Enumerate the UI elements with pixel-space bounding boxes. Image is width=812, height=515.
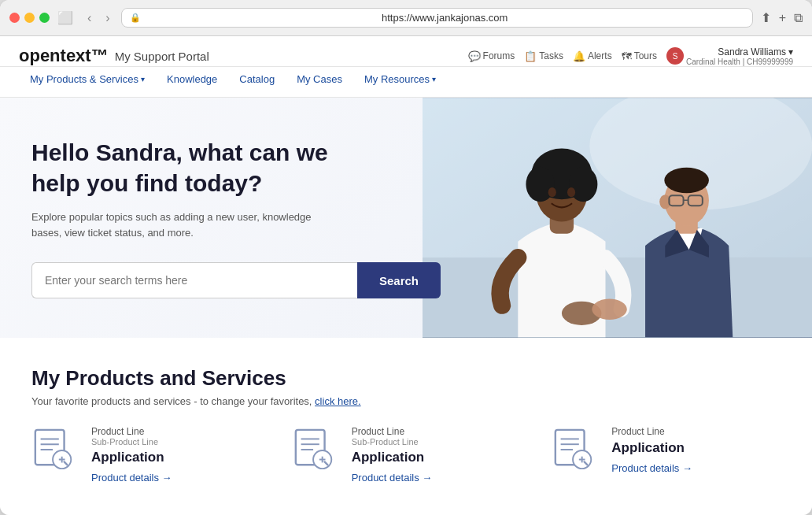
url-display: https://www.jankajonas.com [146,12,744,24]
product-line-label-2: Product Line [352,426,521,437]
portal-title: My Support Portal [115,50,209,63]
hero-subtitle: Explore popular topics such as adding a … [31,209,330,240]
user-menu[interactable]: S Sandra Williams ▾ Cardinal Health | CH… [666,46,793,66]
svg-point-19 [592,299,626,320]
user-name: Sandra Williams ▾ [718,46,793,57]
browser-window: ⬜ ‹ › 🔒 https://www.jankajonas.com ⬆ + ⧉… [0,0,812,515]
product-name-2: Application [352,450,521,465]
user-avatar: S [666,47,684,65]
product-details-link-2[interactable]: Product details → [352,472,521,484]
svg-point-10 [567,187,575,197]
change-favorites-link[interactable]: click here. [315,395,361,407]
forums-icon: 💬 [468,50,481,62]
user-info: Sandra Williams ▾ Cardinal Health | CH99… [686,46,793,66]
product-info-1: Product Line Sub-Product Line Applicatio… [91,426,260,484]
nav-knowledge[interactable]: Knowledge [156,67,228,97]
products-subtitle: Your favorite products and services - to… [31,395,781,407]
product-icon-1 [31,426,79,473]
nav-catalog[interactable]: Catalog [228,67,286,97]
main-nav: My Products & Services ▾ Knowledge Catal… [0,67,812,98]
tasks-icon: 📋 [524,50,537,62]
svg-point-7 [526,167,554,202]
product-card-2: Product Line Sub-Product Line Applicatio… [292,426,521,484]
hero-section: Hello Sandra, what can we help you find … [0,98,812,338]
nav-products-services[interactable]: My Products & Services ▾ [19,67,156,97]
product-details-link-3[interactable]: Product details → [611,462,781,474]
hero-image-bg [423,98,812,338]
maximize-traffic-light[interactable] [39,13,50,23]
alerts-link[interactable]: 🔔 Alerts [573,50,612,62]
opentext-logo: opentext [19,46,91,65]
hero-content: Hello Sandra, what can we help you find … [31,137,444,298]
tab-overview-button[interactable]: ⧉ [794,11,803,25]
svg-point-9 [548,187,555,197]
minimize-traffic-light[interactable] [24,13,35,23]
tasks-link[interactable]: 📋 Tasks [524,50,563,62]
nav-my-resources[interactable]: My Resources ▾ [353,67,447,97]
products-title: My Products and Services [31,366,781,391]
product-line-label-3: Product Line [611,426,781,437]
search-button[interactable]: Search [357,262,441,298]
alerts-label: Alerts [588,50,612,61]
back-button[interactable]: ‹ [84,9,94,27]
tours-label: Tours [634,50,657,61]
product-doc-icon-3 [552,426,597,472]
product-sub-label-2: Sub-Product Line [352,437,521,446]
svg-point-8 [569,167,597,202]
forward-button[interactable]: › [102,9,113,27]
share-button[interactable]: ⬆ [761,10,771,25]
top-nav: opentext™ My Support Portal 💬 Forums 📋 T… [0,36,812,67]
close-traffic-light[interactable] [9,13,20,23]
product-icon-2 [292,426,339,473]
products-grid: Product Line Sub-Product Line Applicatio… [31,426,781,484]
product-info-3: Product Line Application Product details… [611,426,781,474]
search-bar: Search [31,262,441,298]
product-name-3: Application [611,440,781,456]
tours-icon: 🗺 [622,50,632,62]
hero-illustration [423,98,812,338]
top-right-nav: 💬 Forums 📋 Tasks 🔔 Alerts 🗺 Tours S [468,46,793,66]
lock-icon: 🔒 [130,13,141,23]
product-name-1: Application [91,450,260,465]
address-bar[interactable]: 🔒 https://www.jankajonas.com [121,8,753,28]
browser-chrome: ⬜ ‹ › 🔒 https://www.jankajonas.com ⬆ + ⧉ [0,0,812,36]
logo-tm: ™ [91,46,109,65]
traffic-lights [9,13,50,23]
product-sub-label-1: Sub-Product Line [91,437,260,446]
product-doc-icon-1 [31,426,77,472]
product-card-1: Product Line Sub-Product Line Applicatio… [31,426,260,484]
user-org: Cardinal Health | CH99999999 [686,57,793,66]
hero-image [423,98,812,338]
tasks-label: Tasks [539,50,563,61]
search-input[interactable] [31,262,357,298]
nav-my-cases[interactable]: My Cases [286,67,353,97]
my-resources-arrow: ▾ [432,75,436,83]
new-tab-button[interactable]: + [779,11,786,25]
product-card-3: Product Line Application Product details… [552,426,781,484]
browser-actions: ⬆ + ⧉ [761,10,803,25]
logo-text: opentext™ [19,46,109,66]
svg-point-13 [664,168,709,193]
product-line-label-1: Product Line [91,426,260,437]
tours-link[interactable]: 🗺 Tours [622,50,657,62]
forums-label: Forums [483,50,515,61]
product-info-2: Product Line Sub-Product Line Applicatio… [352,426,521,484]
product-icon-3 [552,426,599,473]
products-section: My Products and Services Your favorite p… [0,338,812,507]
forums-link[interactable]: 💬 Forums [468,50,515,62]
alerts-icon: 🔔 [573,50,585,62]
page-content: opentext™ My Support Portal 💬 Forums 📋 T… [0,36,812,515]
products-services-arrow: ▾ [141,75,145,83]
product-details-link-1[interactable]: Product details → [91,472,260,484]
logo-area: opentext™ My Support Portal [19,46,209,66]
product-doc-icon-2 [292,426,338,472]
sidebar-toggle-button[interactable]: ⬜ [57,10,73,25]
hero-title: Hello Sandra, what can we help you find … [31,137,444,198]
